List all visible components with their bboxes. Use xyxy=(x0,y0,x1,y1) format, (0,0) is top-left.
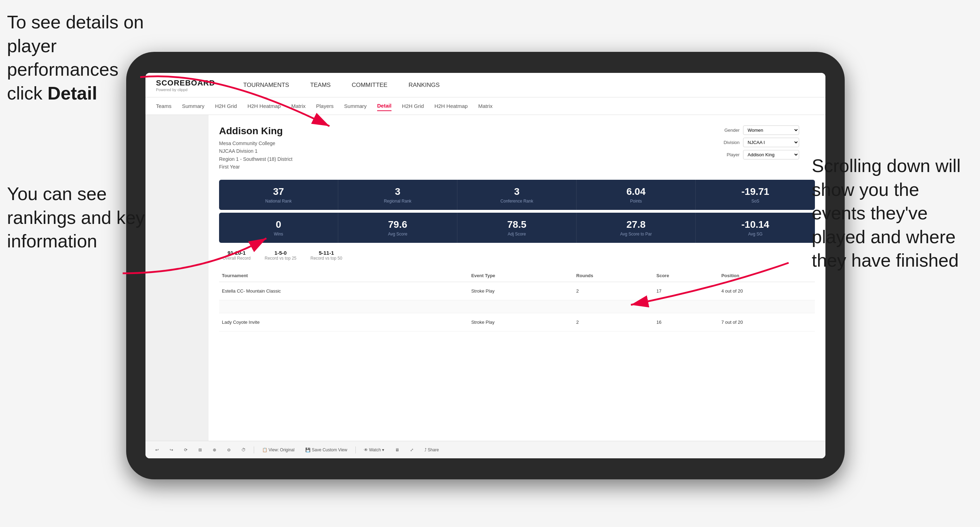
toolbar-refresh[interactable]: ⟳ xyxy=(181,446,190,454)
national-rank-value: 37 xyxy=(224,186,332,197)
toolbar-separator-2 xyxy=(355,446,356,453)
toolbar-share[interactable]: ⤴ Share xyxy=(422,446,442,454)
nav-rankings[interactable]: RANKINGS xyxy=(408,80,439,90)
toolbar-view-original[interactable]: 📋 View: Original xyxy=(259,446,297,454)
annotation-bottom-left-text: You can see rankings and key information xyxy=(7,184,145,251)
tab-summary2[interactable]: Summary xyxy=(344,101,367,111)
stat-avg-score-par: 27.8 Avg Score to Par xyxy=(577,213,696,243)
tab-matrix2[interactable]: Matrix xyxy=(478,101,492,111)
avg-score-par-value: 27.8 xyxy=(582,219,690,230)
col-rounds: Rounds xyxy=(573,270,654,282)
avg-score-label: Avg Score xyxy=(344,232,452,237)
toolbar-minus[interactable]: ⊖ xyxy=(224,446,234,454)
left-sidebar xyxy=(145,115,208,441)
cell-position-2: 7 out of 20 xyxy=(719,313,815,331)
col-event-type: Event Type xyxy=(468,270,573,282)
tab-summary1[interactable]: Summary xyxy=(182,101,204,111)
wins-label: Wins xyxy=(224,232,332,237)
regional-rank-label: Regional Rank xyxy=(344,199,452,203)
points-value: 6.04 xyxy=(582,186,690,197)
cell-tournament-0: Estella CC- Mountain Classic xyxy=(219,282,449,300)
conference-rank-value: 3 xyxy=(463,186,571,197)
tournament-table: Tournament Event Type Rounds Score Posit… xyxy=(219,270,815,332)
stats-grid-1: 37 National Rank 3 Regional Rank 3 Confe… xyxy=(219,180,815,210)
player-year: First Year xyxy=(219,163,292,171)
cell-rounds-2: 2 xyxy=(573,313,654,331)
player-college: Mesa Community College xyxy=(219,140,292,147)
cell-score-2: 16 xyxy=(654,313,719,331)
stat-adj-score: 78.5 Adj Score xyxy=(457,213,577,243)
player-filter-row: Player Addison King xyxy=(717,150,815,159)
player-header: Addison King Mesa Community College NJCA… xyxy=(219,125,815,171)
toolbar-undo[interactable]: ↩ xyxy=(153,446,162,454)
cell-spacer-2 xyxy=(449,313,469,331)
nav-tournaments[interactable]: TOURNAMENTS xyxy=(243,80,289,90)
col-spacer xyxy=(449,270,469,282)
avg-score-value: 79.6 xyxy=(344,219,452,230)
tab-h2h-heatmap2[interactable]: H2H Heatmap xyxy=(434,101,468,111)
cell-event-type-2: Stroke Play xyxy=(468,313,573,331)
cell-position-1 xyxy=(719,300,815,313)
sos-label: SoS xyxy=(701,199,810,203)
division-filter-row: Division NJCAA I xyxy=(717,138,815,147)
col-tournament: Tournament xyxy=(219,270,449,282)
toolbar-plus[interactable]: ⊕ xyxy=(210,446,219,454)
avg-score-par-label: Avg Score to Par xyxy=(582,232,690,237)
tab-h2h-grid1[interactable]: H2H Grid xyxy=(215,101,237,111)
tab-players[interactable]: Players xyxy=(316,101,334,111)
top25-record-label: Record vs top 25 xyxy=(265,256,296,261)
adj-score-label: Adj Score xyxy=(463,232,571,237)
record-top50: 5-11-1 Record vs top 50 xyxy=(310,250,342,261)
gender-label: Gender xyxy=(717,127,740,133)
tab-matrix1[interactable]: Matrix xyxy=(291,101,305,111)
tab-h2h-grid2[interactable]: H2H Grid xyxy=(402,101,424,111)
conference-rank-label: Conference Rank xyxy=(463,199,571,203)
col-score: Score xyxy=(654,270,719,282)
adj-score-value: 78.5 xyxy=(463,219,571,230)
cell-position-0: 4 out of 20 xyxy=(719,282,815,300)
cell-event-type-1 xyxy=(468,300,573,313)
logo-sub: Powered by clippd xyxy=(156,87,215,92)
annotation-top-left-text: To see details on player performances cl… xyxy=(7,12,144,103)
top50-record-value: 5-11-1 xyxy=(310,250,342,256)
cell-tournament-1 xyxy=(219,300,449,313)
top-nav: SCOREBOARD Powered by clippd TOURNAMENTS… xyxy=(145,73,826,97)
gender-select[interactable]: Women xyxy=(743,125,799,135)
bottom-toolbar: ↩ ↪ ⟳ ⊞ ⊕ ⊖ ⏱ 📋 View: Original 💾 Save Cu… xyxy=(145,441,826,458)
cell-rounds-1 xyxy=(573,300,654,313)
tab-h2h-heatmap1[interactable]: H2H Heatmap xyxy=(247,101,281,111)
tablet-frame: SCOREBOARD Powered by clippd TOURNAMENTS… xyxy=(126,52,845,479)
toolbar-watch[interactable]: 👁 Watch ▾ xyxy=(361,446,387,454)
toolbar-redo[interactable]: ↪ xyxy=(167,446,176,454)
toolbar-screen[interactable]: 🖥 xyxy=(392,446,402,454)
wins-value: 0 xyxy=(224,219,332,230)
annotation-top-left: To see details on player performances cl… xyxy=(7,11,147,105)
stat-regional-rank: 3 Regional Rank xyxy=(338,180,457,210)
player-filters: Gender Women Division NJCAA I xyxy=(717,125,815,159)
toolbar-save-custom[interactable]: 💾 Save Custom View xyxy=(302,446,350,454)
player-select[interactable]: Addison King xyxy=(743,150,799,159)
nav-teams[interactable]: TEAMS xyxy=(310,80,331,90)
records-row: 91-20-1 Overall Record 1-5-0 Record vs t… xyxy=(219,250,815,261)
cell-rounds-0: 2 xyxy=(573,282,654,300)
toolbar-grid[interactable]: ⊞ xyxy=(196,446,205,454)
top50-record-label: Record vs top 50 xyxy=(310,256,342,261)
stats-grid-2: 0 Wins 79.6 Avg Score 78.5 Adj Score 27.… xyxy=(219,213,815,243)
sos-value: -19.71 xyxy=(701,186,810,197)
toolbar-expand[interactable]: ⤢ xyxy=(407,446,417,454)
division-select[interactable]: NJCAA I xyxy=(743,138,799,147)
annotation-right: Scrolling down will show you the events … xyxy=(812,154,969,273)
tab-teams[interactable]: Teams xyxy=(156,101,172,111)
player-name: Addison King xyxy=(219,125,292,137)
top25-record-value: 1-5-0 xyxy=(265,250,296,256)
toolbar-timer[interactable]: ⏱ xyxy=(239,446,248,454)
table-row: Lady Coyote Invite Stroke Play 2 16 7 ou… xyxy=(219,313,815,331)
content-area: Addison King Mesa Community College NJCA… xyxy=(208,115,826,441)
table-row: Estella CC- Mountain Classic Stroke Play… xyxy=(219,282,815,300)
stat-avg-score: 79.6 Avg Score xyxy=(338,213,457,243)
avg-sg-label: Avg SG xyxy=(701,232,810,237)
col-position: Position xyxy=(719,270,815,282)
stat-conference-rank: 3 Conference Rank xyxy=(457,180,577,210)
tab-detail[interactable]: Detail xyxy=(377,101,391,111)
nav-committee[interactable]: COMMITTEE xyxy=(352,80,387,90)
